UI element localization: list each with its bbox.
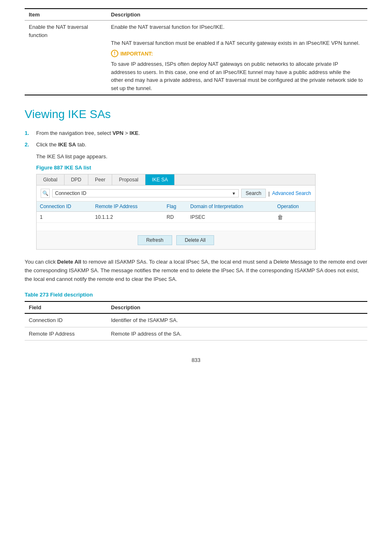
tab-ike-sa[interactable]: IKE SA	[145, 174, 175, 185]
col-doi: Domain of Interpretation	[187, 202, 274, 212]
table-row: 1 10.1.1.2 RD IPSEC 🗑	[37, 212, 315, 223]
tab-peer[interactable]: Peer	[88, 174, 112, 185]
step-1-num: 1.	[25, 129, 32, 137]
button-row: Refresh Delete All	[37, 231, 315, 249]
page-number: 833	[25, 357, 367, 363]
col-flag: Flag	[164, 202, 187, 212]
desc-table: Field Description Connection ID Identifi…	[25, 301, 367, 341]
delete-row-icon[interactable]: 🗑	[277, 214, 283, 220]
step-1-text: From the navigation tree, select VPN > I…	[36, 129, 140, 137]
refresh-button[interactable]: Refresh	[138, 235, 172, 245]
section-title: Viewing IKE SAs	[25, 108, 367, 121]
desc-field-1: Connection ID	[25, 313, 107, 327]
steps-list: 1. From the navigation tree, select VPN …	[25, 129, 367, 148]
empty-row	[37, 223, 315, 231]
desc-line1: Enable the NAT traversal function for IP…	[111, 24, 224, 30]
important-icon: !	[111, 50, 118, 57]
body-paragraph: You can click Delete All to remove all I…	[25, 258, 367, 283]
desc-row-1: Connection ID Identifier of the ISAKMP S…	[25, 313, 367, 327]
desc-row-2: Remote IP Address Remote IP address of t…	[25, 327, 367, 341]
desc-value-1: Identifier of the ISAKMP SA.	[107, 313, 367, 327]
magnify-icon: 🔍	[42, 190, 48, 196]
step-1: 1. From the navigation tree, select VPN …	[25, 129, 367, 137]
tab-global[interactable]: Global	[37, 174, 65, 185]
step-note: The IKE SA list page appears.	[36, 153, 367, 160]
step-2: 2. Click the IKE SA tab.	[25, 141, 367, 149]
desc-col1-header: Field	[25, 301, 107, 313]
col-operation: Operation	[274, 202, 315, 212]
search-dropdown[interactable]: Connection ID ▼	[52, 189, 239, 197]
desc-value-2: Remote IP address of the SA.	[107, 327, 367, 341]
top-table-label: Enable the NAT traversalfunction	[25, 21, 107, 95]
step-2-text: Click the IKE SA tab.	[36, 141, 86, 149]
cell-flag: RD	[164, 212, 187, 223]
tab-dpd[interactable]: DPD	[65, 174, 88, 185]
col-connection-id: Connection ID	[37, 202, 92, 212]
search-bar: 🔍 Connection ID ▼ Search | Advanced Sear…	[37, 185, 315, 202]
desc-field-2: Remote IP Address	[25, 327, 107, 341]
desc-line3: To save IP addresses, ISPs often deploy …	[111, 61, 363, 91]
tab-proposal[interactable]: Proposal	[112, 174, 145, 185]
cell-operation[interactable]: 🗑	[274, 212, 315, 223]
important-note: ! IMPORTANT:	[111, 50, 363, 58]
chevron-down-icon: ▼	[232, 191, 236, 196]
search-button[interactable]: Search	[241, 189, 266, 198]
top-table-col2-header: Description	[107, 9, 367, 21]
top-table-col1-header: Item	[25, 9, 107, 21]
search-icon: 🔍	[41, 189, 50, 198]
step-2-num: 2.	[25, 141, 32, 149]
tabs-row: Global DPD Peer Proposal IKE SA	[37, 174, 315, 185]
important-label: IMPORTANT:	[120, 50, 153, 58]
advanced-search-link[interactable]: Advanced Search	[272, 190, 311, 196]
desc-line2: The NAT traversal function must be enabl…	[111, 40, 360, 46]
desc-col2-header: Description	[107, 301, 367, 313]
delete-all-button[interactable]: Delete All	[176, 235, 214, 245]
col-remote-ip: Remote IP Address	[92, 202, 163, 212]
table273-label: Table 273 Field description	[25, 292, 367, 298]
top-table-desc: Enable the NAT traversal function for IP…	[107, 21, 367, 95]
search-dropdown-text: Connection ID	[55, 190, 232, 196]
ike-data-table: Connection ID Remote IP Address Flag Dom…	[37, 202, 315, 231]
top-table: Item Description Enable the NAT traversa…	[25, 8, 367, 95]
cell-doi: IPSEC	[187, 212, 274, 223]
cell-connection-id: 1	[37, 212, 92, 223]
ike-sa-ui: Global DPD Peer Proposal IKE SA 🔍 Connec…	[36, 174, 316, 250]
figure-label: Figure 887 IKE SA list	[36, 165, 367, 171]
cell-remote-ip: 10.1.1.2	[92, 212, 163, 223]
separator: |	[268, 190, 270, 197]
